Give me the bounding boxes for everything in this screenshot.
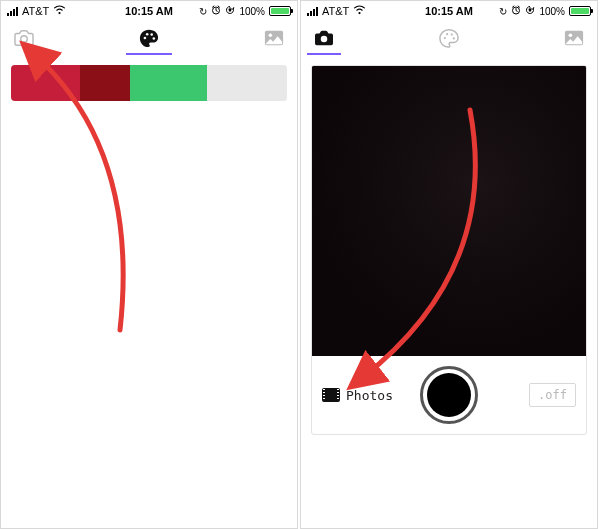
wifi-icon: [353, 5, 366, 17]
carrier-label: AT&T: [322, 5, 349, 17]
palette-tab[interactable]: [434, 26, 464, 50]
loading-icon: ↻: [199, 6, 207, 17]
rotation-lock-icon: [525, 5, 535, 17]
palette-icon: [138, 28, 160, 48]
camera-viewfinder[interactable]: [312, 66, 586, 356]
battery-percent: 100%: [239, 6, 265, 17]
svg-rect-1: [229, 9, 231, 12]
camera-icon: [13, 29, 35, 47]
svg-point-6: [153, 37, 156, 40]
gallery-tab[interactable]: [259, 26, 289, 50]
active-tab-indicator: [307, 53, 341, 55]
shutter-button[interactable]: [420, 366, 478, 424]
camera-controls: Photos .off: [312, 356, 586, 434]
palette-icon: [438, 28, 460, 48]
svg-point-5: [150, 33, 153, 36]
status-bar: AT&T 10:15 AM ↻ 100%: [301, 1, 597, 21]
phone-screen-right: AT&T 10:15 AM ↻ 100%: [300, 0, 598, 529]
status-bar: AT&T 10:15 AM ↻ 100%: [1, 1, 297, 21]
active-tab-indicator: [126, 53, 172, 55]
svg-point-3: [144, 37, 147, 40]
battery-icon: [569, 6, 591, 16]
flash-label: .off: [538, 388, 567, 402]
carrier-label: AT&T: [22, 5, 49, 17]
image-icon: [564, 29, 584, 47]
camera-card: Photos .off: [311, 65, 587, 435]
top-toolbar: [1, 21, 297, 55]
photos-button[interactable]: Photos: [322, 388, 393, 403]
palette-card[interactable]: [11, 65, 287, 101]
battery-percent: 100%: [539, 6, 565, 17]
svg-point-4: [146, 33, 149, 36]
palette-swatch-4[interactable]: [207, 65, 287, 101]
shutter-inner: [427, 373, 471, 417]
camera-icon: [313, 29, 335, 47]
wifi-icon: [53, 5, 66, 17]
svg-point-2: [21, 36, 27, 42]
svg-point-8: [269, 33, 273, 37]
svg-point-17: [569, 33, 573, 37]
loading-icon: ↻: [499, 6, 507, 17]
svg-point-15: [453, 37, 455, 39]
palette-swatch-2[interactable]: [80, 65, 130, 101]
rotation-lock-icon: [225, 5, 235, 17]
palette-tab[interactable]: [134, 26, 164, 50]
top-toolbar: [301, 21, 597, 55]
svg-point-12: [444, 37, 446, 39]
film-icon: [322, 388, 340, 402]
gallery-tab[interactable]: [559, 26, 589, 50]
palette-swatch-1[interactable]: [11, 65, 80, 101]
alarm-icon: [511, 5, 521, 17]
signal-icon: [307, 7, 318, 16]
alarm-icon: [211, 5, 221, 17]
battery-icon: [269, 6, 291, 16]
camera-tab[interactable]: [309, 26, 339, 50]
palette-swatch-3[interactable]: [130, 65, 207, 101]
svg-point-11: [321, 36, 327, 42]
image-icon: [264, 29, 284, 47]
svg-point-14: [451, 33, 453, 35]
signal-icon: [7, 7, 18, 16]
phone-screen-left: AT&T 10:15 AM ↻ 100%: [0, 0, 298, 529]
svg-point-13: [446, 33, 448, 35]
svg-rect-10: [529, 9, 531, 12]
photos-label: Photos: [346, 388, 393, 403]
flash-toggle[interactable]: .off: [529, 383, 576, 407]
camera-tab[interactable]: [9, 26, 39, 50]
